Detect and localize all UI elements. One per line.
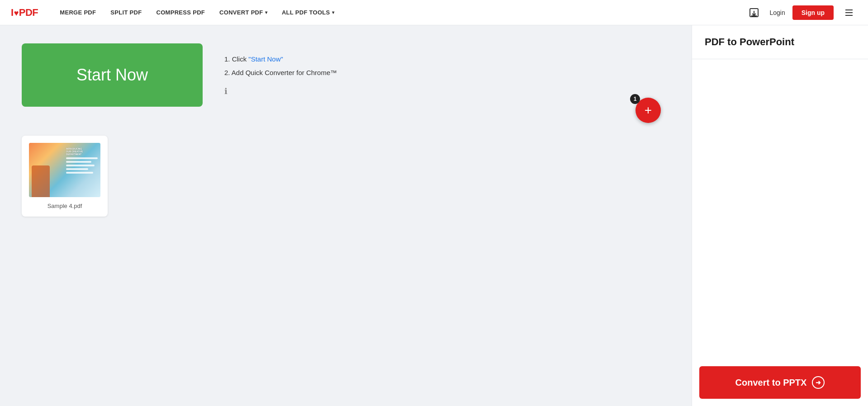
logo-heart-icon: ♥ bbox=[14, 9, 19, 18]
right-panel-header: PDF to PowerPoint bbox=[692, 25, 868, 59]
thumbnail-line-1 bbox=[66, 157, 98, 159]
header-right: Login Sign up bbox=[746, 5, 857, 21]
start-now-button[interactable]: Start Now bbox=[22, 43, 203, 107]
start-now-link[interactable]: "Start Now" bbox=[248, 55, 283, 63]
instructions: 1. Click "Start Now" 2. Add Quick Conver… bbox=[224, 52, 337, 99]
thumbnail-line-4 bbox=[66, 168, 88, 170]
thumbnail-line-3 bbox=[66, 165, 95, 166]
main-nav: MERGE PDF SPLIT PDF COMPRESS PDF CONVERT… bbox=[52, 0, 746, 25]
files-count-badge: 1 bbox=[630, 94, 640, 104]
plus-icon: + bbox=[645, 103, 652, 118]
left-panel: Start Now 1. Click "Start Now" 2. Add Qu… bbox=[0, 25, 692, 406]
logo-text: I♥PDF bbox=[11, 7, 38, 19]
login-button[interactable]: Login bbox=[769, 9, 785, 16]
thumbnail-line-5 bbox=[66, 172, 93, 174]
add-files-container: 1 + bbox=[636, 98, 661, 123]
thumbnail-text-area: INTRODUCINGOUR CREATIVEDEPARTMENT bbox=[66, 147, 98, 175]
right-panel: PDF to PowerPoint Convert to PPTX ➜ bbox=[692, 25, 868, 406]
file-thumbnail: INTRODUCINGOUR CREATIVEDEPARTMENT bbox=[29, 143, 100, 197]
all-tools-chevron-icon: ▾ bbox=[332, 10, 334, 15]
file-card: INTRODUCINGOUR CREATIVEDEPARTMENT Sample… bbox=[22, 136, 108, 217]
convert-arrow-icon: ➜ bbox=[812, 376, 825, 389]
info-icon: ℹ bbox=[224, 83, 337, 99]
main-layout: Start Now 1. Click "Start Now" 2. Add Qu… bbox=[0, 25, 868, 406]
nav-split-pdf[interactable]: SPLIT PDF bbox=[103, 0, 149, 25]
files-area: INTRODUCINGOUR CREATIVEDEPARTMENT Sample… bbox=[22, 136, 670, 217]
file-name: Sample 4.pdf bbox=[29, 203, 100, 209]
nav-convert-pdf[interactable]: CONVERT PDF ▾ bbox=[212, 0, 275, 25]
nav-all-tools[interactable]: ALL PDF TOOLS ▾ bbox=[275, 0, 342, 25]
nav-compress-pdf[interactable]: COMPRESS PDF bbox=[149, 0, 212, 25]
header: I♥PDF MERGE PDF SPLIT PDF COMPRESS PDF C… bbox=[0, 0, 868, 25]
thumbnail-content: INTRODUCINGOUR CREATIVEDEPARTMENT bbox=[29, 143, 100, 197]
thumbnail-line-2 bbox=[66, 161, 91, 163]
thumbnail-person-silhouette bbox=[32, 165, 50, 197]
instruction-step2: 2. Add Quick Converter for Chrome™ bbox=[224, 66, 337, 80]
instruction-step1: 1. Click "Start Now" bbox=[224, 52, 337, 66]
signup-button[interactable]: Sign up bbox=[792, 5, 834, 20]
nav-merge-pdf[interactable]: MERGE PDF bbox=[52, 0, 103, 25]
convert-to-pptx-button[interactable]: Convert to PPTX ➜ bbox=[699, 366, 861, 399]
right-panel-title: PDF to PowerPoint bbox=[705, 36, 855, 48]
right-panel-body bbox=[692, 59, 868, 359]
hamburger-menu-icon[interactable] bbox=[841, 5, 857, 21]
download-icon[interactable] bbox=[746, 5, 762, 21]
thumbnail-title: INTRODUCINGOUR CREATIVEDEPARTMENT bbox=[66, 147, 98, 156]
logo[interactable]: I♥PDF bbox=[11, 7, 38, 19]
convert-chevron-icon: ▾ bbox=[265, 10, 267, 15]
convert-label: Convert to PPTX bbox=[735, 378, 807, 388]
